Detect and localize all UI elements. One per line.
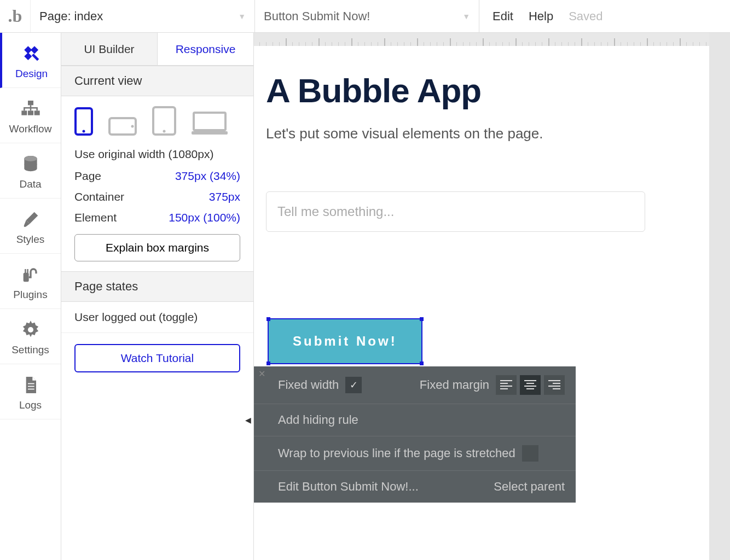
page-title[interactable]: A Bubble App — [266, 71, 708, 110]
explain-box-margins-button[interactable]: Explain box margins — [74, 234, 240, 261]
left-nav: Design Workflow Data Styles Plugins — [0, 33, 61, 560]
chevron-down-icon: ▼ — [238, 12, 246, 21]
align-center-icon[interactable] — [520, 375, 541, 395]
topbar: .b Page: index ▼ Button Submit Now! ▼ Ed… — [0, 0, 730, 33]
element-selector[interactable]: Button Submit Now! ▼ — [255, 0, 479, 32]
fixed-width-checkbox[interactable]: ✓ — [345, 377, 362, 393]
svg-rect-23 — [194, 113, 225, 130]
nav-label: Design — [15, 68, 48, 80]
data-icon — [19, 153, 43, 175]
logs-icon — [19, 374, 43, 396]
canvas-area: ◀ A Bubble App Let's put some visual ele… — [254, 33, 730, 560]
metric-page-label: Page — [74, 170, 101, 183]
svg-rect-34 — [553, 383, 560, 384]
svg-rect-24 — [192, 131, 228, 135]
element-selector-label: Button Submit Now! — [264, 9, 370, 24]
logo-b-icon: .b — [8, 6, 22, 26]
svg-rect-36 — [553, 388, 560, 389]
metric-element-value[interactable]: 150px (100%) — [169, 211, 240, 224]
plugins-icon — [19, 264, 43, 285]
edit-element-link[interactable]: Edit Button Submit Now!... — [278, 480, 419, 494]
fixed-width-label: Fixed width — [278, 378, 339, 392]
chevron-down-icon: ▼ — [462, 12, 470, 21]
edit-link[interactable]: Edit — [493, 9, 513, 24]
wrap-previous-line-label: Wrap to previous line if the page is str… — [278, 446, 515, 460]
page-selector[interactable]: Page: index ▼ — [31, 0, 255, 32]
svg-point-13 — [28, 327, 33, 332]
nav-label: Plugins — [13, 289, 47, 301]
collapse-panel-icon[interactable]: ◀ — [245, 416, 251, 424]
page-selector-label: Page: index — [39, 9, 103, 24]
resize-handle[interactable] — [266, 361, 270, 365]
state-user-logged-out[interactable]: User logged out (toggle) — [61, 302, 253, 333]
nav-workflow[interactable]: Workflow — [0, 88, 61, 143]
tab-ui-builder[interactable]: UI Builder — [61, 33, 158, 66]
svg-rect-27 — [500, 386, 512, 387]
logo[interactable]: .b — [0, 0, 31, 32]
svg-rect-28 — [500, 388, 508, 389]
top-actions: Edit Help Saved — [479, 0, 616, 32]
metric-container-value[interactable]: 375px — [209, 190, 240, 203]
metric-container-label: Container — [74, 190, 124, 203]
submit-button[interactable]: Submit Now! — [269, 319, 421, 363]
watch-tutorial-button[interactable]: Watch Tutorial — [74, 344, 240, 372]
help-link[interactable]: Help — [529, 9, 553, 24]
workflow-icon — [19, 98, 43, 120]
align-right-icon[interactable] — [544, 375, 565, 395]
svg-rect-30 — [526, 383, 534, 384]
nav-settings[interactable]: Settings — [0, 309, 61, 364]
svg-rect-16 — [28, 389, 34, 390]
metric-element-label: Element — [74, 211, 117, 224]
text-input-placeholder[interactable]: Tell me something... — [266, 191, 645, 232]
resize-handle[interactable] — [266, 317, 270, 321]
svg-rect-3 — [28, 101, 33, 105]
svg-rect-2 — [24, 52, 32, 60]
nav-label: Settings — [11, 344, 49, 356]
svg-rect-4 — [21, 110, 27, 115]
section-current-view: Current view — [61, 66, 253, 96]
svg-rect-1 — [30, 46, 38, 54]
device-tablet-icon[interactable] — [152, 106, 176, 138]
section-page-states: Page states — [61, 271, 253, 302]
nav-label: Data — [19, 178, 41, 190]
side-panel: UI Builder Responsive Current view Use o… — [61, 33, 254, 560]
svg-rect-26 — [500, 383, 508, 384]
svg-point-22 — [163, 130, 166, 133]
nav-styles[interactable]: Styles — [0, 199, 61, 254]
ruler-horizontal — [254, 33, 730, 46]
select-parent-link[interactable]: Select parent — [494, 480, 565, 494]
nav-plugins[interactable]: Plugins — [0, 254, 61, 309]
device-phone-landscape-icon[interactable] — [108, 117, 137, 138]
canvas-right-gutter — [709, 33, 730, 560]
tab-responsive[interactable]: Responsive — [158, 33, 253, 66]
element-property-panel: ✕ Fixed width ✓ Fixed margin — [254, 366, 576, 503]
nav-data[interactable]: Data — [0, 143, 61, 199]
fixed-margin-label: Fixed margin — [420, 378, 489, 392]
svg-rect-9 — [23, 273, 28, 282]
svg-point-8 — [24, 156, 37, 161]
align-left-icon[interactable] — [496, 375, 517, 395]
metric-page-value[interactable]: 375px (34%) — [175, 170, 240, 183]
selection-box[interactable]: Submit Now! — [268, 318, 422, 364]
svg-rect-31 — [524, 386, 536, 387]
device-desktop-icon[interactable] — [192, 110, 228, 138]
resize-handle[interactable] — [420, 361, 424, 365]
svg-rect-25 — [500, 380, 512, 381]
add-hiding-rule[interactable]: Add hiding rule — [278, 413, 358, 427]
svg-rect-11 — [27, 269, 28, 273]
use-original-width[interactable]: Use original width (1080px) — [74, 148, 240, 161]
page-subtitle[interactable]: Let's put some visual elements on the pa… — [266, 125, 708, 142]
settings-icon — [19, 319, 43, 341]
wrap-checkbox[interactable] — [522, 445, 538, 462]
svg-rect-29 — [524, 380, 536, 381]
nav-design[interactable]: Design — [0, 33, 61, 88]
close-icon[interactable]: ✕ — [258, 369, 265, 379]
nav-logs[interactable]: Logs — [0, 364, 61, 419]
svg-rect-6 — [34, 110, 39, 115]
styles-icon — [19, 208, 43, 230]
device-phone-portrait-icon[interactable] — [74, 107, 93, 138]
svg-point-20 — [131, 125, 134, 128]
svg-rect-15 — [28, 386, 34, 387]
design-icon — [20, 43, 44, 65]
resize-handle[interactable] — [420, 317, 424, 321]
